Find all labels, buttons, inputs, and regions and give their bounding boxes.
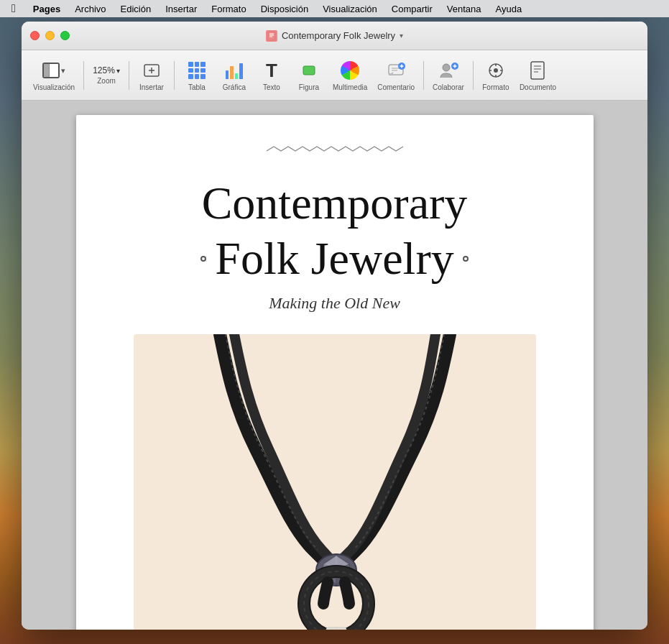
separator-2 — [129, 61, 129, 90]
multimedia-label: Multimedia — [333, 83, 367, 91]
document-subtitle: Making the Old New — [269, 294, 400, 313]
zoom-label: Zoom — [97, 77, 116, 85]
maximize-button[interactable] — [60, 31, 70, 40]
toolbar-tabla[interactable]: Tabla — [179, 56, 215, 94]
separator-1 — [83, 61, 84, 90]
toolbar-colaborar[interactable]: Colaborar — [428, 56, 469, 94]
separator-5 — [473, 61, 474, 90]
app-name[interactable]: Pages — [27, 2, 66, 16]
grafica-icon — [223, 59, 246, 82]
menu-disposicion[interactable]: Disposición — [255, 2, 314, 16]
menubar:  Pages Archivo Edición Insertar Formato… — [0, 0, 669, 17]
decorative-ornament — [263, 144, 407, 162]
title-dot-left — [200, 256, 206, 262]
svg-rect-7 — [303, 66, 315, 75]
colaborar-label: Colaborar — [433, 83, 464, 91]
svg-point-14 — [443, 64, 450, 71]
apple-menu[interactable]:  — [6, 1, 22, 17]
toolbar-insertar[interactable]: Insertar — [134, 56, 170, 94]
zoom-value-display: 125% ▾ — [93, 65, 120, 75]
jewelry-image — [134, 334, 536, 630]
figura-icon — [297, 59, 320, 82]
visualizacion-icon: ▾ — [42, 59, 65, 82]
minimize-button[interactable] — [45, 31, 55, 40]
visualizacion-label: Visualización — [33, 83, 75, 91]
toolbar-visualizacion[interactable]: ▾ Visualización — [29, 56, 79, 94]
figura-label: Figura — [299, 83, 319, 91]
title-line-1: Contemporary — [200, 176, 468, 231]
menu-archivo[interactable]: Archivo — [69, 2, 111, 16]
svg-point-19 — [494, 68, 498, 73]
toolbar-figura[interactable]: Figura — [291, 56, 327, 94]
separator-4 — [423, 61, 424, 90]
multimedia-icon — [338, 59, 361, 82]
insertar-label: Insertar — [139, 83, 164, 91]
window-title-text: Contemporary Folk Jewelry — [282, 30, 395, 41]
documento-label: Documento — [520, 83, 556, 91]
toolbar-documento[interactable]: Documento — [515, 56, 560, 94]
toolbar: ▾ Visualización 125% ▾ Zoom Insertar — [22, 50, 647, 101]
toolbar-comentario[interactable]: Comentario — [373, 56, 419, 94]
svg-rect-24 — [531, 62, 544, 79]
toolbar-multimedia[interactable]: Multimedia — [328, 56, 372, 94]
tabla-label: Tabla — [188, 83, 206, 91]
texto-icon: T — [260, 59, 283, 82]
page-document: Contemporary Folk Jewelry Making the Old… — [76, 115, 594, 630]
toolbar-formato[interactable]: Formato — [478, 56, 514, 94]
separator-3 — [174, 61, 175, 90]
toolbar-grafica[interactable]: Gráfica — [216, 56, 252, 94]
document-icon — [266, 30, 277, 42]
menu-ayuda[interactable]: Ayuda — [490, 2, 528, 16]
formato-label: Formato — [482, 83, 509, 91]
menu-formato[interactable]: Formato — [206, 2, 252, 16]
traffic-lights — [30, 31, 70, 40]
title-line-2: Folk Jewelry — [200, 231, 468, 287]
title-bar: Contemporary Folk Jewelry ▾ — [22, 22, 647, 50]
toolbar-zoom[interactable]: 125% ▾ Zoom — [88, 63, 124, 88]
texto-label: Texto — [263, 83, 280, 91]
window-title-area: Contemporary Folk Jewelry ▾ — [266, 30, 403, 42]
comentario-icon — [384, 59, 407, 82]
grafica-label: Gráfica — [223, 83, 246, 91]
colaborar-icon — [437, 59, 460, 82]
formato-icon — [484, 59, 507, 82]
canvas-area: Contemporary Folk Jewelry Making the Old… — [22, 101, 647, 630]
menu-insertar[interactable]: Insertar — [160, 2, 203, 16]
pages-window: Contemporary Folk Jewelry ▾ ▾ Visualizac… — [22, 22, 647, 630]
menu-compartir[interactable]: Compartir — [386, 2, 438, 16]
document-title: Contemporary Folk Jewelry — [200, 176, 468, 287]
menu-edicion[interactable]: Edición — [115, 2, 157, 16]
toolbar-texto[interactable]: T Texto — [254, 56, 290, 94]
menu-ventana[interactable]: Ventana — [441, 2, 487, 16]
tabla-icon — [185, 59, 208, 82]
close-button[interactable] — [30, 31, 40, 40]
title-dot-right — [463, 256, 469, 262]
svg-rect-41 — [326, 627, 346, 630]
menu-visualizacion[interactable]: Visualización — [317, 2, 383, 16]
documento-icon — [526, 59, 549, 82]
svg-rect-0 — [268, 32, 275, 40]
title-dropdown-arrow[interactable]: ▾ — [400, 32, 403, 40]
comentario-label: Comentario — [377, 83, 415, 91]
insertar-icon — [140, 59, 163, 82]
